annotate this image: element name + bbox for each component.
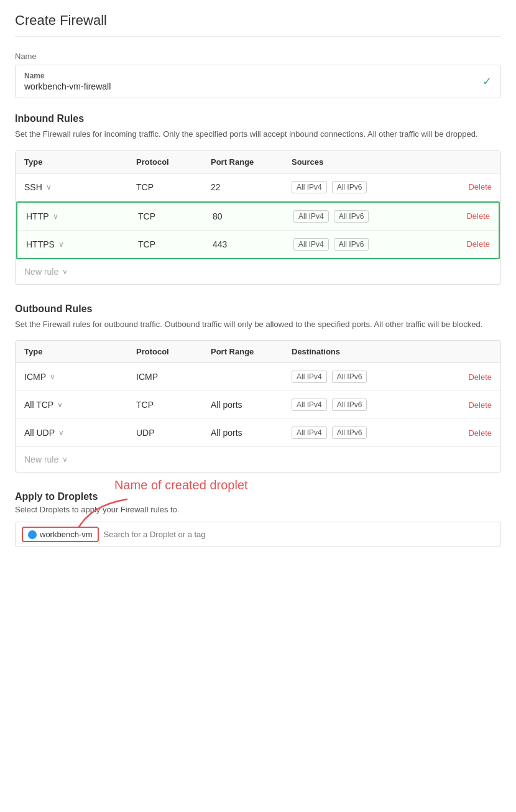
check-icon: ✓: [482, 75, 492, 88]
outbound-rules-table: Type Protocol Port Range Destinations IC…: [15, 340, 501, 473]
droplet-name: workbench-vm: [40, 530, 93, 539]
inbound-http-port: 80: [213, 211, 293, 221]
inbound-ssh-badge-ipv4: All IPv4: [292, 181, 327, 193]
inbound-title: Inbound Rules: [15, 113, 501, 124]
outbound-all-tcp-type: All TCP: [24, 400, 53, 410]
droplet-input-area[interactable]: workbench-vm: [15, 522, 501, 547]
inbound-https-type: HTTPS: [26, 239, 55, 249]
annotation-text: Name of created droplet: [114, 478, 248, 492]
inbound-rules-table: Type Protocol Port Range Sources SSH ∨ T…: [15, 150, 501, 285]
outbound-all-tcp-protocol: TCP: [136, 400, 211, 410]
outbound-col-port: Port Range: [211, 347, 292, 356]
inbound-ssh-port: 22: [211, 182, 292, 192]
outbound-rule-all-udp: All UDP ∨ UDP All ports All IPv4 All IPv…: [16, 419, 500, 447]
inbound-ssh-type: SSH: [24, 182, 42, 192]
inbound-col-port: Port Range: [211, 157, 292, 167]
inbound-https-port: 443: [213, 239, 293, 249]
outbound-col-protocol: Protocol: [136, 347, 211, 356]
inbound-http-chevron[interactable]: ∨: [53, 212, 58, 221]
outbound-all-tcp-port: All ports: [211, 400, 292, 410]
outbound-new-rule-row[interactable]: New rule ∨: [16, 447, 500, 472]
apply-title: Apply to Droplets: [15, 491, 501, 502]
outbound-new-rule-chevron[interactable]: ∨: [62, 455, 68, 464]
inbound-rule-ssh: SSH ∨ TCP 22 All IPv4 All IPv6 Delete: [16, 173, 500, 201]
outbound-icmp-chevron[interactable]: ∨: [50, 372, 55, 381]
inbound-rule-https: HTTPS ∨ TCP 443 All IPv4 All IPv6 Delete: [17, 231, 499, 258]
outbound-all-tcp-chevron[interactable]: ∨: [57, 400, 63, 409]
page-title: Create Firewall: [15, 12, 501, 37]
outbound-all-udp-chevron[interactable]: ∨: [58, 428, 64, 437]
outbound-description: Set the Firewall rules for outbound traf…: [15, 318, 501, 331]
outbound-icmp-badge-ipv4: All IPv4: [292, 371, 327, 383]
outbound-all-udp-protocol: UDP: [136, 428, 211, 438]
inbound-new-rule-row[interactable]: New rule ∨: [16, 259, 500, 284]
inbound-http-protocol: TCP: [138, 211, 213, 221]
inbound-https-badge-ipv4: All IPv4: [293, 238, 329, 251]
outbound-all-tcp-badge-ipv6: All IPv6: [332, 399, 367, 411]
droplet-tag: workbench-vm: [22, 527, 99, 542]
name-field-value: workbench-vm-firewall: [24, 81, 111, 91]
inbound-ssh-badge-ipv6: All IPv6: [332, 181, 367, 193]
outbound-table-header: Type Protocol Port Range Destinations: [16, 341, 500, 363]
inbound-highlighted-group: HTTP ∨ TCP 80 All IPv4 All IPv6 Delete H…: [16, 201, 500, 259]
inbound-https-protocol: TCP: [138, 239, 213, 249]
inbound-https-badge-ipv6: All IPv6: [334, 238, 369, 251]
outbound-new-rule-label[interactable]: New rule: [24, 454, 58, 464]
apply-section: Apply to Droplets Select Droplets to app…: [15, 491, 501, 547]
outbound-all-udp-badge-ipv4: All IPv4: [292, 427, 327, 439]
outbound-all-tcp-delete[interactable]: Delete: [468, 400, 492, 410]
inbound-ssh-protocol: TCP: [136, 182, 211, 192]
inbound-https-chevron[interactable]: ∨: [58, 240, 64, 249]
name-section-label: Name: [15, 52, 501, 61]
inbound-new-rule-label[interactable]: New rule: [24, 267, 58, 277]
droplet-icon: [28, 530, 37, 539]
outbound-all-udp-delete[interactable]: Delete: [468, 428, 492, 438]
inbound-col-protocol: Protocol: [136, 157, 211, 167]
outbound-icmp-badge-ipv6: All IPv6: [332, 371, 367, 383]
inbound-rule-http: HTTP ∨ TCP 80 All IPv4 All IPv6 Delete: [17, 203, 499, 231]
outbound-icmp-delete[interactable]: Delete: [468, 372, 492, 382]
name-field-label: Name: [24, 72, 111, 80]
inbound-new-rule-chevron[interactable]: ∨: [62, 267, 68, 276]
inbound-col-type: Type: [24, 157, 136, 167]
inbound-table-header: Type Protocol Port Range Sources: [16, 151, 500, 173]
outbound-rule-all-tcp: All TCP ∨ TCP All ports All IPv4 All IPv…: [16, 391, 500, 419]
inbound-description: Set the Firewall rules for incoming traf…: [15, 128, 501, 141]
outbound-all-udp-badge-ipv6: All IPv6: [332, 427, 367, 439]
droplet-search-input[interactable]: [104, 526, 494, 543]
outbound-icmp-protocol: ICMP: [136, 372, 211, 382]
outbound-all-udp-port: All ports: [211, 428, 292, 438]
inbound-http-delete[interactable]: Delete: [466, 211, 490, 221]
outbound-title: Outbound Rules: [15, 303, 501, 315]
inbound-http-badge-ipv6: All IPv6: [334, 210, 369, 223]
outbound-col-type: Type: [24, 347, 136, 356]
outbound-all-udp-type: All UDP: [24, 428, 55, 438]
outbound-icmp-type: ICMP: [24, 372, 46, 382]
inbound-https-delete[interactable]: Delete: [466, 239, 490, 249]
outbound-rule-icmp: ICMP ∨ ICMP All IPv4 All IPv6 Delete: [16, 363, 500, 391]
inbound-ssh-chevron[interactable]: ∨: [46, 183, 52, 191]
outbound-col-destinations: Destinations: [292, 347, 492, 356]
inbound-http-type: HTTP: [26, 211, 49, 221]
name-field-box: Name workbench-vm-firewall ✓: [15, 65, 501, 98]
inbound-http-badge-ipv4: All IPv4: [293, 210, 329, 223]
apply-description: Select Droplets to apply your Firewall r…: [15, 505, 501, 514]
outbound-all-tcp-badge-ipv4: All IPv4: [292, 399, 327, 411]
inbound-col-sources: Sources: [292, 157, 492, 167]
inbound-ssh-delete[interactable]: Delete: [468, 182, 492, 191]
